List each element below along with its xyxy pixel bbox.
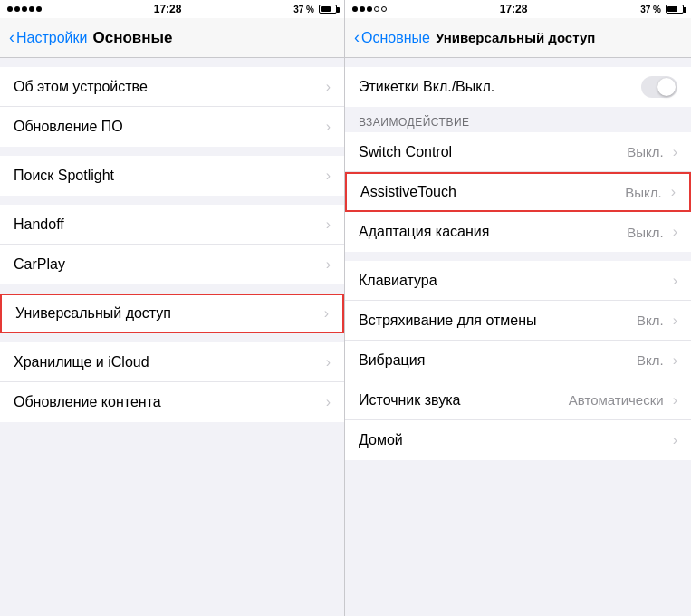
spotlight-label: Поиск Spotlight	[14, 168, 322, 184]
accessibility-chevron: ›	[324, 305, 329, 322]
carplay-label: CarPlay	[14, 256, 322, 273]
group-storage-bg: Хранилище и iCloud › Обновление контента…	[0, 342, 344, 422]
row-keyboard[interactable]: Клавиатура ›	[345, 261, 691, 301]
r-dot5	[381, 6, 387, 12]
left-phone-panel: 17:28 37 % ‹ Настройки Основные Об этом …	[0, 0, 345, 616]
back-label-left: Настройки	[16, 30, 87, 46]
group-misc: Клавиатура › Встряхивание для отмены Вкл…	[345, 261, 691, 460]
vibration-chevron: ›	[673, 352, 677, 369]
right-phone-panel: 17:28 37 % ‹ Основные Универсальный дост…	[345, 0, 691, 616]
assistive-touch-label: AssistiveTouch	[360, 184, 625, 200]
gap4	[0, 284, 344, 294]
left-status-bar: 17:28 37 %	[0, 0, 344, 18]
r-dot3	[367, 6, 372, 12]
battery-icon-left	[319, 5, 337, 14]
left-battery: 37 %	[293, 5, 337, 14]
battery-percent-right: 37 %	[640, 5, 661, 14]
sound-source-label: Источник звука	[359, 392, 569, 409]
home-label: Домой	[359, 432, 668, 448]
row-carplay[interactable]: CarPlay ›	[0, 245, 344, 284]
sound-source-chevron: ›	[673, 392, 677, 409]
left-nav-title: Основные	[92, 29, 172, 47]
right-settings-list: Этикетки Вкл./Выкл. ВЗАИМОДЕЙСТВИЕ Switc…	[345, 58, 691, 616]
handoff-label: Handoff	[14, 217, 322, 233]
row-labels[interactable]: Этикетки Вкл./Выкл.	[345, 67, 691, 107]
row-vibration[interactable]: Вибрация Вкл. ›	[345, 341, 691, 380]
battery-icon-right	[666, 5, 684, 14]
r-dot1	[352, 6, 358, 12]
right-signal-dots	[352, 6, 387, 12]
r-gap2	[345, 252, 691, 261]
row-spotlight[interactable]: Поиск Spotlight ›	[0, 156, 344, 196]
accessibility-label: Универсальный доступ	[15, 305, 320, 322]
spotlight-chevron: ›	[326, 168, 331, 184]
right-nav-bar: ‹ Основные Универсальный доступ	[345, 18, 691, 58]
vibration-value: Вкл.	[637, 352, 664, 368]
right-status-signals	[352, 6, 387, 12]
shake-chevron: ›	[673, 313, 677, 329]
right-nav-title: Универсальный доступ	[436, 30, 595, 45]
bg-refresh-chevron: ›	[326, 394, 331, 410]
update-label: Обновление ПО	[14, 119, 322, 135]
row-bg-refresh[interactable]: Обновление контента ›	[0, 382, 344, 422]
about-label: Об этом устройстве	[14, 79, 322, 95]
group-about-update: Об этом устройстве › Обновление ПО ›	[0, 67, 344, 147]
touch-adapt-label: Адаптация касания	[359, 224, 627, 240]
group-interaction: Switch Control Выкл. › AssistiveTouch Вы…	[345, 132, 691, 252]
dot5	[36, 6, 42, 12]
left-status-signals	[7, 6, 42, 12]
battery-percent-left: 37 %	[293, 5, 314, 14]
right-back-chevron-icon: ‹	[354, 28, 360, 47]
r-dot4	[374, 6, 379, 12]
gap6	[0, 422, 344, 431]
row-about[interactable]: Об этом устройстве ›	[0, 67, 344, 107]
row-update[interactable]: Обновление ПО ›	[0, 107, 344, 147]
handoff-chevron: ›	[326, 217, 331, 233]
assistive-touch-value: Выкл.	[625, 185, 661, 200]
dot1	[7, 6, 13, 12]
dot4	[29, 6, 34, 12]
switch-control-label: Switch Control	[359, 144, 627, 160]
row-switch-control[interactable]: Switch Control Выкл. ›	[345, 132, 691, 172]
assistive-touch-chevron: ›	[671, 184, 676, 200]
storage-label: Хранилище и iCloud	[14, 354, 322, 371]
right-back-button[interactable]: ‹ Основные	[354, 28, 430, 47]
gap3	[0, 196, 344, 205]
right-back-label: Основные	[361, 30, 430, 46]
interaction-header-text: ВЗАИМОДЕЙСТВИЕ	[359, 116, 470, 129]
group-spotlight: Поиск Spotlight ›	[0, 156, 344, 196]
touch-adapt-value: Выкл.	[627, 225, 663, 240]
keyboard-chevron: ›	[673, 273, 677, 289]
labels-toggle[interactable]	[641, 76, 677, 98]
back-chevron-icon: ‹	[9, 28, 14, 47]
dot3	[22, 6, 27, 12]
group-handoff-carplay: Handoff › CarPlay ›	[0, 205, 344, 284]
row-storage[interactable]: Хранилище и iCloud ›	[0, 342, 344, 382]
row-handoff[interactable]: Handoff ›	[0, 205, 344, 245]
row-home[interactable]: Домой ›	[345, 420, 691, 460]
row-accessibility[interactable]: Универсальный доступ ›	[0, 294, 344, 333]
r-gap1	[345, 58, 691, 67]
right-time: 17:28	[500, 3, 528, 15]
vibration-label: Вибрация	[359, 352, 637, 369]
row-shake[interactable]: Встряхивание для отмены Вкл. ›	[345, 301, 691, 341]
row-sound-source[interactable]: Источник звука Автоматически ›	[345, 380, 691, 420]
keyboard-label: Клавиатура	[359, 273, 668, 289]
right-battery: 37 %	[640, 5, 684, 14]
update-chevron: ›	[326, 119, 331, 135]
row-assistive-touch[interactable]: AssistiveTouch Выкл. ›	[345, 172, 691, 212]
home-chevron: ›	[673, 432, 677, 448]
gap5	[0, 333, 344, 342]
touch-adapt-chevron: ›	[673, 224, 677, 240]
storage-chevron: ›	[326, 354, 331, 371]
right-status-bar: 17:28 37 %	[345, 0, 691, 18]
signal-dots	[7, 6, 42, 12]
gap2	[0, 147, 344, 156]
sound-source-value: Автоматически	[569, 392, 664, 408]
left-back-button[interactable]: ‹ Настройки	[9, 28, 87, 47]
dot2	[14, 6, 20, 12]
row-touch-adapt[interactable]: Адаптация касания Выкл. ›	[345, 212, 691, 252]
left-nav-bar: ‹ Настройки Основные	[0, 18, 344, 58]
left-settings-list: Об этом устройстве › Обновление ПО › Пои…	[0, 58, 344, 616]
shake-value: Вкл.	[637, 313, 664, 328]
